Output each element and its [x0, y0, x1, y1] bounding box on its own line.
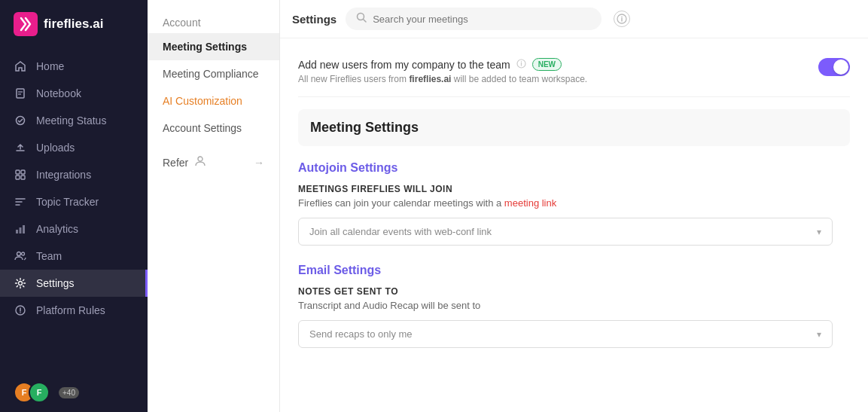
main-content: Settings Add new users from my company t…: [280, 0, 868, 412]
sidebar-bottom: F F +40: [0, 373, 148, 412]
svg-rect-9: [16, 230, 18, 233]
svg-rect-6: [21, 170, 25, 174]
sidebar-item-team-label: Team: [36, 250, 62, 262]
autojoin-field-description: Fireflies can join your calendar meeting…: [298, 197, 850, 209]
autojoin-section: Autojoin Settings MEETINGS FIREFLIES WIL…: [298, 161, 850, 246]
avatar-badge: +40: [59, 387, 79, 398]
meeting-status-icon: [14, 114, 27, 127]
sidebar-item-home-label: Home: [36, 60, 64, 72]
sidebar-item-notebook-label: Notebook: [36, 87, 81, 99]
integrations-icon: [14, 168, 27, 182]
email-select[interactable]: Send recaps to only me ▾: [298, 320, 833, 348]
search-bar: [346, 8, 602, 30]
meeting-settings-header: Meeting Settings: [298, 109, 850, 146]
subnav-refer[interactable]: Refer →: [148, 148, 279, 177]
svg-rect-8: [21, 175, 25, 179]
subnav-account-header: Account: [148, 9, 279, 33]
sidebar-item-meeting-status[interactable]: Meeting Status: [0, 107, 148, 134]
svg-line-20: [364, 20, 367, 23]
autojoin-select-value: Join all calendar events with web-conf l…: [309, 226, 492, 237]
svg-point-18: [198, 157, 203, 161]
autojoin-select[interactable]: Join all calendar events with web-conf l…: [298, 218, 833, 246]
refer-label: Refer: [163, 157, 188, 169]
sidebar-item-uploads-label: Uploads: [36, 142, 75, 154]
email-select-value: Send recaps to only me: [309, 328, 413, 340]
sidebar-item-integrations-label: Integrations: [36, 169, 91, 181]
settings-icon: [14, 276, 27, 290]
fireflies-logo-icon: [14, 12, 38, 36]
sidebar-logo: fireflies.ai: [0, 0, 148, 48]
platform-rules-icon: [14, 304, 27, 317]
svg-point-14: [19, 282, 23, 285]
logo-text: fireflies.ai: [44, 17, 103, 32]
new-badge: NEW: [532, 58, 562, 71]
svg-rect-10: [20, 227, 22, 233]
svg-point-26: [520, 61, 521, 62]
svg-rect-1: [17, 89, 24, 98]
svg-rect-11: [23, 225, 25, 233]
sidebar-item-team[interactable]: Team: [0, 243, 148, 270]
refer-arrow-icon: →: [254, 157, 264, 169]
avatar-2: F: [29, 382, 50, 403]
subnav-item-account-settings[interactable]: Account Settings: [148, 114, 279, 142]
topbar: Settings: [280, 0, 868, 38]
sidebar-item-integrations[interactable]: Integrations: [0, 161, 148, 188]
refer-person-icon: [194, 155, 206, 169]
notebook-icon: [14, 87, 27, 100]
toggle-add-users[interactable]: [818, 58, 850, 76]
add-users-subtitle: All new Fireflies users from fireflies.a…: [298, 74, 587, 84]
team-icon: [14, 249, 27, 263]
sidebar-item-settings[interactable]: Settings: [0, 270, 148, 297]
autojoin-field-label: MEETINGS FIREFLIES WILL JOIN: [298, 184, 850, 194]
email-field-label: NOTES GET SENT TO: [298, 286, 850, 297]
search-input[interactable]: [373, 14, 591, 25]
sidebar-item-home[interactable]: Home: [0, 53, 148, 80]
avatar-group: F F: [14, 382, 50, 403]
sidebar-item-analytics[interactable]: Analytics: [0, 215, 148, 243]
sidebar-item-notebook[interactable]: Notebook: [0, 80, 148, 107]
svg-rect-7: [16, 175, 20, 179]
svg-point-17: [20, 312, 21, 313]
sidebar-item-platform-rules-label: Platform Rules: [36, 304, 105, 316]
sidebar-item-uploads[interactable]: Uploads: [0, 134, 148, 161]
sidebar-item-platform-rules[interactable]: Platform Rules: [0, 297, 148, 324]
svg-point-23: [621, 16, 623, 17]
autojoin-chevron-icon: ▾: [817, 227, 821, 237]
subnav-item-meeting-settings[interactable]: Meeting Settings: [148, 33, 279, 60]
subnav-item-meeting-compliance[interactable]: Meeting Compliance: [148, 60, 279, 87]
add-users-title: Add new users from my company to the tea…: [298, 58, 587, 71]
uploads-icon: [14, 141, 27, 154]
sidebar-item-analytics-label: Analytics: [36, 223, 78, 235]
add-users-row: Add new users from my company to the tea…: [298, 50, 850, 97]
email-chevron-icon: ▾: [817, 329, 821, 340]
svg-rect-5: [16, 170, 20, 174]
email-field-description: Transcript and Audio Recap will be sent …: [298, 300, 850, 311]
autojoin-subtitle: Autojoin Settings: [298, 161, 850, 175]
sidebar: fireflies.ai Home Notebook Meeting Statu…: [0, 0, 148, 412]
sidebar-nav: Home Notebook Meeting Status Uploads: [0, 48, 148, 373]
topic-tracker-icon: [14, 195, 27, 209]
content-area: Add new users from my company to the tea…: [280, 38, 868, 412]
add-users-left: Add new users from my company to the tea…: [298, 58, 587, 84]
info-icon[interactable]: [614, 11, 630, 27]
settings-subnav: Account Meeting Settings Meeting Complia…: [148, 0, 280, 412]
home-icon: [14, 60, 27, 73]
sidebar-item-topic-tracker-label: Topic Tracker: [36, 196, 99, 208]
sidebar-item-topic-tracker[interactable]: Topic Tracker: [0, 188, 148, 215]
sidebar-item-settings-label: Settings: [36, 277, 75, 289]
email-subtitle: Email Settings: [298, 264, 850, 277]
section-header-title: Meeting Settings: [310, 120, 419, 135]
analytics-icon: [14, 222, 27, 236]
search-icon: [356, 12, 367, 26]
sidebar-item-meeting-status-label: Meeting Status: [36, 114, 106, 127]
subnav-item-ai-customization[interactable]: AI Customization: [148, 87, 279, 114]
toggle-knob: [833, 60, 848, 75]
info-small-icon: [516, 59, 526, 71]
svg-point-13: [22, 252, 25, 255]
email-section: Email Settings NOTES GET SENT TO Transcr…: [298, 264, 850, 348]
page-title: Settings: [292, 13, 337, 26]
svg-point-12: [17, 252, 21, 256]
